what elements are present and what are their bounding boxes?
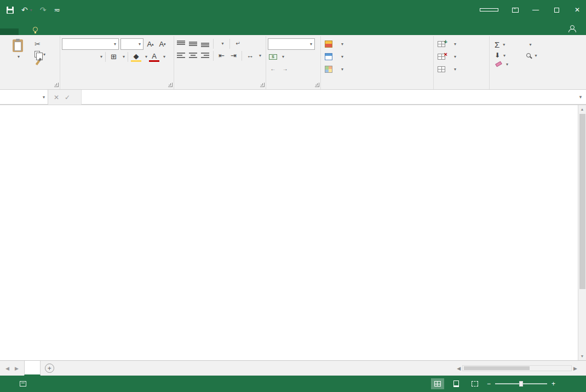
autosum-button[interactable]: Σ▾: [495, 40, 521, 49]
format-painter-icon: [36, 60, 40, 66]
merge-center-icon[interactable]: ↔: [245, 50, 255, 61]
format-as-table-button[interactable]: ▾: [323, 50, 432, 63]
clipboard-dialog-launcher-icon[interactable]: [54, 83, 59, 87]
zoom-slider-thumb[interactable]: [519, 381, 523, 387]
format-painter-button[interactable]: [35, 60, 45, 65]
insert-cells-button[interactable]: + ▾: [435, 38, 487, 50]
increase-indent-icon[interactable]: ⇥: [228, 50, 239, 61]
number-format-select[interactable]: ▾: [268, 38, 315, 50]
customize-qat-icon[interactable]: ≂: [54, 5, 60, 14]
align-right-icon[interactable]: [200, 50, 210, 61]
accounting-format-icon[interactable]: $: [268, 51, 278, 62]
macro-record-icon[interactable]: [20, 381, 26, 387]
align-top-icon[interactable]: [176, 38, 186, 49]
comma-icon[interactable]: [298, 51, 308, 62]
name-box-dropdown-icon[interactable]: ▾: [43, 95, 45, 100]
borders-icon[interactable]: ⊞: [108, 51, 119, 62]
format-cells-icon: [438, 66, 445, 72]
expand-formula-bar-icon[interactable]: ▾: [575, 90, 586, 105]
sort-filter-button[interactable]: ▾: [526, 40, 550, 49]
add-sheet-icon[interactable]: +: [45, 364, 54, 373]
vertical-scrollbar[interactable]: ▲ ▼: [578, 105, 586, 360]
alignment-dialog-launcher-icon[interactable]: [260, 83, 265, 87]
horizontal-scroll-thumb[interactable]: [464, 366, 530, 370]
font-color-icon[interactable]: А: [149, 51, 159, 62]
sheet-nav-right-icon[interactable]: ▶: [15, 366, 19, 371]
conditional-formatting-button[interactable]: ▾: [323, 38, 432, 50]
tell-me-box[interactable]: [33, 27, 41, 35]
find-icon: [526, 53, 531, 57]
quick-access-toolbar: ↶▾ ↷ ≂: [7, 5, 60, 14]
undo-icon[interactable]: ↶▾: [21, 5, 32, 14]
zoom-out-icon[interactable]: −: [487, 380, 491, 388]
vertical-scroll-thumb[interactable]: [579, 114, 585, 289]
maximize-icon[interactable]: [548, 2, 565, 18]
normal-view-icon[interactable]: [431, 378, 444, 389]
page-layout-view-icon[interactable]: [450, 378, 463, 389]
undo-dropdown-icon[interactable]: ▾: [30, 8, 32, 13]
status-bar: − +: [0, 376, 586, 392]
delete-cells-button[interactable]: × ▾: [435, 50, 487, 63]
enter-icon[interactable]: ✓: [65, 94, 70, 101]
font-name-select[interactable]: ▾: [62, 38, 119, 50]
cut-button[interactable]: ✂: [35, 40, 45, 48]
ribbon-display-options-icon[interactable]: [507, 3, 524, 16]
font-dialog-launcher-icon[interactable]: [168, 83, 173, 87]
zoom-slider[interactable]: [495, 383, 547, 384]
wrap-text-icon[interactable]: ↵: [233, 38, 243, 49]
hscroll-left-icon[interactable]: ◀: [457, 366, 461, 371]
cancel-icon[interactable]: ✕: [54, 94, 59, 101]
decrease-decimal-icon[interactable]: →: [280, 64, 290, 74]
decrease-indent-icon[interactable]: ⇤: [216, 50, 227, 61]
percent-icon[interactable]: [286, 51, 296, 62]
delete-cells-icon: ×: [438, 54, 445, 60]
align-left-icon[interactable]: [176, 50, 186, 61]
scroll-up-icon[interactable]: ▲: [578, 105, 586, 113]
cell-styles-button[interactable]: ▾: [323, 63, 432, 76]
clear-button[interactable]: ▾: [495, 61, 521, 67]
styles-group-label: [323, 87, 432, 89]
sheet-tab-active[interactable]: [24, 361, 41, 376]
font-size-select[interactable]: ▾: [120, 38, 143, 50]
align-middle-icon[interactable]: [188, 38, 198, 49]
shrink-font-icon[interactable]: А▾: [157, 39, 168, 49]
horizontal-scrollbar[interactable]: [462, 365, 572, 371]
paste-dropdown-icon[interactable]: ▾: [18, 54, 20, 59]
clipboard-icon: [13, 39, 23, 52]
align-bottom-icon[interactable]: [200, 38, 210, 49]
align-center-icon[interactable]: [188, 50, 198, 61]
share-button[interactable]: [568, 25, 578, 35]
alignment-group-label: [176, 87, 264, 89]
close-icon[interactable]: ✕: [568, 2, 586, 18]
page-break-view-icon[interactable]: [468, 378, 481, 389]
find-select-button[interactable]: ▾: [526, 51, 550, 59]
hscroll-right-icon[interactable]: ▶: [573, 366, 577, 371]
italic-button[interactable]: [74, 51, 84, 62]
underline-dropdown-icon[interactable]: ▾: [100, 54, 102, 59]
file-tab[interactable]: [0, 28, 19, 35]
fill-color-icon[interactable]: ◆: [131, 51, 141, 62]
formula-input[interactable]: [82, 90, 575, 105]
ribbon: ▾ ✂ ▾ ▾ ▾ А▴: [0, 35, 586, 90]
bold-button[interactable]: [62, 51, 72, 62]
underline-button[interactable]: [86, 51, 96, 62]
minimize-icon[interactable]: —: [527, 2, 544, 18]
number-dialog-launcher-icon[interactable]: [315, 83, 319, 87]
save-icon[interactable]: [7, 7, 14, 14]
sheet-nav-left-icon[interactable]: ◀: [5, 366, 9, 371]
format-cells-button[interactable]: ▾: [435, 63, 487, 76]
orientation-icon[interactable]: ▾: [216, 38, 227, 49]
editing-group: Σ▾ ▾ ⬇▾ ▾ ▾: [490, 36, 554, 89]
cells-group: + ▾ × ▾ ▾: [434, 36, 490, 89]
insert-cells-icon: +: [438, 41, 445, 47]
zoom-in-icon[interactable]: +: [551, 380, 555, 388]
excel-window: ↶▾ ↷ ≂ — ✕: [0, 0, 586, 392]
grow-font-icon[interactable]: А▴: [145, 39, 156, 49]
signin-button[interactable]: [480, 8, 498, 11]
paste-button[interactable]: ▾: [2, 37, 33, 87]
name-box[interactable]: ▾: [0, 90, 48, 105]
scroll-down-icon[interactable]: ▼: [578, 352, 586, 360]
copy-button[interactable]: ▾: [35, 51, 45, 57]
increase-decimal-icon[interactable]: ←: [268, 64, 278, 74]
fill-button[interactable]: ⬇▾: [495, 51, 521, 59]
